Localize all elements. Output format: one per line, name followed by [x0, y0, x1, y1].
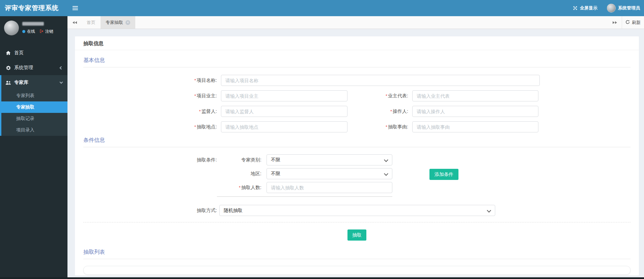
username-label: 系统管理员	[618, 5, 640, 11]
extract-count-label: *抽取人数:	[217, 182, 267, 193]
online-status-dot	[22, 30, 25, 33]
tab-bar: 首页 专家抽取 × 刷新	[67, 16, 644, 29]
fullscreen-icon	[573, 6, 578, 10]
sidebar-item-system[interactable]: 系统管理	[0, 60, 67, 75]
tab-close-icon[interactable]: ×	[125, 20, 130, 25]
card-title: 抽取信息	[75, 36, 639, 50]
gear-icon	[5, 65, 11, 70]
user-menu[interactable]: 系统管理员	[607, 4, 640, 12]
sidebar-item-expert-lib[interactable]: 专家库	[1, 75, 67, 90]
fullscreen-button[interactable]: 全屏显示	[573, 5, 597, 11]
extract-info-card: 抽取信息 基本信息 *项目名称: *项目业主: *业主代表: *	[75, 36, 639, 276]
sidebar-submenu: 专家列表 专家抽取 抽取记录 项目录入	[1, 90, 67, 136]
sidebar: 在线 注销 首页	[0, 16, 67, 279]
project-name-label: *项目名称:	[177, 75, 221, 86]
sidebar-treeview-expert-lib: 专家库 专家列表 专家抽取 抽取记录 项目录入	[0, 75, 67, 136]
sidebar-item-project-entry[interactable]: 项目录入	[1, 124, 67, 136]
section-title-extract-list: 抽取列表	[83, 249, 631, 259]
logout-link[interactable]: 注销	[39, 29, 53, 34]
owner-rep-label: *业主代表:	[347, 90, 412, 101]
extract-list-empty-panel	[83, 266, 631, 275]
extract-method-value: 随机抽取	[224, 208, 243, 213]
extract-button[interactable]: 抽取	[347, 229, 366, 241]
sidebar-item-label: 专家库	[14, 80, 28, 86]
extract-reason-input[interactable]	[412, 121, 538, 132]
tab-label: 专家抽取	[106, 16, 123, 29]
chevron-down-icon	[60, 81, 63, 84]
tabbar-right-controls: 刷新	[608, 16, 644, 29]
bottom-edge-bar	[0, 277, 644, 279]
region-value: 不限	[271, 171, 280, 176]
sidebar-item-label: 首页	[14, 50, 24, 56]
basic-info-form: *项目名称: *项目业主: *业主代表: *监督人: *操作人:	[83, 75, 631, 132]
region-select[interactable]: 不限	[267, 168, 392, 179]
project-owner-input[interactable]	[221, 90, 347, 101]
logout-icon	[39, 29, 44, 34]
sidebar-item-label: 系统管理	[14, 65, 33, 71]
section-title-basic: 基本信息	[83, 57, 631, 67]
double-left-arrow-icon	[73, 21, 75, 24]
extract-method-label: 抽取方式:	[189, 205, 217, 216]
home-icon	[5, 51, 11, 55]
tab-expert-extract[interactable]: 专家抽取 ×	[101, 16, 135, 29]
region-label: 地区:	[217, 168, 267, 179]
page-content: 抽取信息 基本信息 *项目名称: *项目业主: *业主代表: *	[67, 29, 644, 279]
refresh-icon	[625, 20, 630, 25]
supervisor-label: *监督人:	[177, 106, 221, 117]
extract-method-select[interactable]: 随机抽取	[219, 205, 495, 216]
extract-count-input[interactable]	[267, 182, 392, 193]
sidebar-user-panel: 在线 注销	[0, 16, 67, 39]
project-owner-label: *项目业主:	[177, 90, 221, 101]
add-condition-button[interactable]: 添加条件	[429, 169, 458, 180]
app-title: 评审专家管理系统	[0, 0, 67, 16]
operator-input[interactable]	[412, 106, 538, 117]
extract-location-label: *抽取地点:	[177, 121, 221, 132]
section-title-condition: 条件信息	[83, 137, 631, 147]
online-status-label: 在线	[27, 29, 35, 34]
operator-label: *操作人:	[347, 106, 412, 117]
user-name-redacted	[22, 22, 44, 26]
user-avatar	[4, 21, 19, 35]
extract-reason-label: *抽取事由:	[347, 121, 412, 132]
logout-label: 注销	[45, 29, 53, 34]
expert-type-select[interactable]: 不限	[267, 154, 392, 165]
fullscreen-label: 全屏显示	[580, 5, 597, 11]
tabs-scroll-left-button[interactable]	[67, 16, 82, 29]
supervisor-input[interactable]	[221, 106, 347, 117]
sidebar-item-expert-extract[interactable]: 专家抽取	[1, 101, 67, 113]
sidebar-item-extract-records[interactable]: 抽取记录	[1, 113, 67, 124]
project-name-input[interactable]	[221, 75, 540, 86]
sidebar-menu: 首页 系统管理 专家库	[0, 45, 67, 136]
tabs-scroll-right-button[interactable]	[608, 16, 622, 29]
tab-home[interactable]: 首页	[82, 16, 101, 29]
users-icon	[5, 81, 11, 85]
sidebar-item-expert-list[interactable]: 专家列表	[1, 90, 67, 101]
extract-method-row: 抽取方式: 随机抽取	[83, 205, 631, 216]
condition-group-label: 抽取条件:	[189, 154, 217, 197]
chevron-left-icon	[60, 66, 63, 69]
sidebar-item-home[interactable]: 首页	[0, 45, 67, 60]
expert-type-label: 专家类别:	[217, 154, 267, 165]
refresh-label: 刷新	[632, 20, 641, 26]
top-navbar: 评审专家管理系统 全屏显示 系统管理员	[0, 0, 644, 16]
double-right-arrow-icon	[613, 21, 615, 24]
owner-rep-input[interactable]	[412, 90, 538, 101]
refresh-button[interactable]: 刷新	[622, 16, 644, 29]
condition-block: 抽取条件: 专家类别: 不限 地区: 不限	[83, 154, 631, 197]
sidebar-toggle-button[interactable]	[67, 0, 83, 16]
expert-type-value: 不限	[271, 157, 280, 162]
user-avatar-small	[607, 4, 616, 12]
extract-location-input[interactable]	[221, 121, 347, 132]
navbar-right: 全屏显示 系统管理员	[573, 4, 644, 12]
condition-subform: 专家类别: 不限 地区: 不限 *抽取人数:	[217, 154, 392, 197]
dashed-divider	[83, 222, 631, 222]
main-area: 首页 专家抽取 × 刷新 抽取信息	[67, 16, 644, 279]
